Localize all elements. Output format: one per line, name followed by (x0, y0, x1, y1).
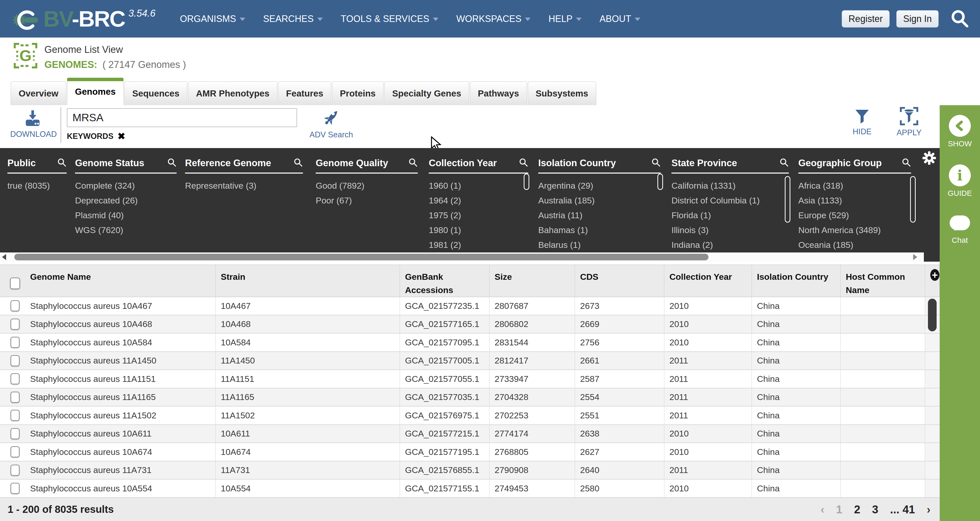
facet-item[interactable]: Austria (11) (538, 208, 661, 223)
facet-item[interactable]: Oceania (185) (798, 237, 911, 252)
apply-filters-button[interactable]: APPLY (886, 107, 932, 137)
tab-features[interactable]: Features (278, 81, 331, 105)
facet-item[interactable]: 1980 (1) (429, 223, 528, 237)
facet-item[interactable]: Complete (324) (75, 178, 177, 193)
page-3[interactable]: 3 (872, 503, 878, 516)
facet-item[interactable]: Deprecated (26) (75, 193, 177, 208)
table-row[interactable]: Staphylococcus aureus 11A116511A1165GCA_… (0, 389, 940, 407)
row-checkbox[interactable] (11, 465, 20, 476)
tab-sequences[interactable]: Sequences (124, 81, 187, 105)
facet-item[interactable]: Bahamas (1) (538, 223, 661, 237)
select-all-checkbox[interactable] (10, 277, 20, 289)
facet-item[interactable]: 1975 (2) (429, 208, 528, 223)
clear-keywords-icon[interactable]: ✖ (118, 132, 125, 141)
register-button[interactable]: Register (842, 10, 890, 27)
nav-tools-services[interactable]: TOOLS & SERVICES (341, 14, 438, 24)
column-header-host-common-name[interactable]: Host Common Name (841, 265, 925, 296)
guide-button[interactable]: i GUIDE (940, 164, 980, 198)
column-header-isolation-country[interactable]: Isolation Country (752, 265, 841, 296)
row-checkbox[interactable] (11, 428, 20, 439)
tab-proteins[interactable]: Proteins (332, 81, 383, 105)
column-header-cds[interactable]: CDS (575, 265, 664, 296)
nav-searches[interactable]: SEARCHES (263, 14, 323, 24)
facet-item[interactable]: Argentina (29) (538, 178, 661, 193)
facet-item[interactable]: North America (3489) (798, 223, 911, 237)
row-checkbox[interactable] (11, 410, 20, 421)
nav-workspaces[interactable]: WORKSPACES (456, 14, 531, 24)
tab-pathways[interactable]: Pathways (470, 81, 527, 105)
download-button[interactable]: DOWNLOAD (10, 109, 55, 139)
hide-filters-button[interactable]: HIDE (844, 108, 880, 136)
row-checkbox[interactable] (11, 300, 20, 311)
facet-item[interactable]: Asia (1133) (798, 193, 911, 208)
facet-item[interactable]: Illinois (3) (671, 223, 789, 237)
tab-amr-phenotypes[interactable]: AMR Phenotypes (188, 81, 277, 105)
nav-help[interactable]: HELP (549, 14, 582, 24)
scroll-left-arrow-icon[interactable] (2, 254, 6, 260)
row-checkbox[interactable] (11, 337, 20, 348)
facet-search-icon[interactable] (901, 158, 911, 169)
page-1[interactable]: 1 (836, 503, 842, 516)
page-2[interactable]: 2 (854, 503, 860, 516)
facet-item[interactable]: 1960 (1) (429, 178, 528, 193)
table-row[interactable]: Staphylococcus aureus 11A73111A731GCA_02… (0, 462, 940, 480)
facet-item[interactable]: Europe (529) (798, 208, 911, 223)
table-row[interactable]: Staphylococcus aureus 10A58410A584GCA_02… (0, 334, 940, 352)
scroll-right-arrow-icon[interactable] (913, 254, 917, 260)
facet-item[interactable]: true (8035) (7, 178, 67, 193)
column-header-size[interactable]: Size (490, 265, 575, 296)
facet-item[interactable]: Poor (67) (316, 193, 418, 208)
keywords-filter-chip[interactable]: KEYWORDS ✖ (67, 132, 297, 141)
nav-organisms[interactable]: ORGANISMS (180, 14, 245, 24)
bvbrc-logo[interactable]: BV-BRC 3.54.6 (11, 6, 156, 32)
tab-overview[interactable]: Overview (11, 81, 66, 105)
facet-settings-gear-icon[interactable] (922, 151, 937, 166)
table-row[interactable]: Staphylococcus aureus 11A145011A1450GCA_… (0, 352, 940, 370)
column-header-collection-year[interactable]: Collection Year (664, 265, 752, 296)
tab-subsystems[interactable]: Subsystems (528, 81, 596, 105)
row-checkbox[interactable] (11, 319, 20, 330)
nav-about[interactable]: ABOUT (600, 14, 640, 24)
table-vscroll-thumb[interactable] (928, 299, 937, 331)
facet-search-icon[interactable] (167, 158, 177, 169)
facet-item[interactable]: 1981 (2) (429, 237, 528, 252)
table-row[interactable]: Staphylococcus aureus 10A46710A467GCA_02… (0, 297, 940, 315)
facet-hscroll-thumb[interactable] (14, 254, 708, 260)
facet-search-icon[interactable] (408, 158, 418, 169)
facet-item[interactable]: WGS (7620) (75, 223, 177, 237)
facet-search-icon[interactable] (293, 158, 303, 169)
page-next[interactable]: › (927, 503, 931, 516)
facet-item[interactable]: Plasmid (40) (75, 208, 177, 223)
facet-item[interactable]: District of Columbia (1) (671, 193, 789, 208)
row-checkbox[interactable] (11, 392, 20, 403)
column-header-genome-name[interactable]: Genome Name (25, 265, 216, 296)
facet-search-icon[interactable] (519, 158, 528, 169)
facet-item[interactable]: California (1331) (671, 178, 789, 193)
facet-item[interactable]: Representative (3) (185, 178, 303, 193)
add-column-button[interactable]: + (930, 269, 939, 281)
keyword-search-input[interactable] (67, 108, 297, 127)
table-row[interactable]: Staphylococcus aureus 11A150211A1502GCA_… (0, 407, 940, 425)
column-header-strain[interactable]: Strain (216, 265, 400, 296)
facet-item[interactable]: Good (7892) (316, 178, 418, 193)
column-header-genbank-accessions[interactable]: GenBank Accessions (400, 265, 490, 296)
facet-item[interactable]: Belarus (1) (538, 237, 661, 252)
row-checkbox[interactable] (11, 355, 20, 366)
facet-search-icon[interactable] (57, 158, 67, 169)
table-row[interactable]: Staphylococcus aureus 10A61110A611GCA_02… (0, 425, 940, 443)
facet-search-icon[interactable] (779, 158, 789, 169)
show-panel-button[interactable]: SHOW (940, 115, 980, 148)
signin-button[interactable]: Sign In (896, 10, 939, 27)
adv-search-button[interactable]: ADV Search (306, 108, 357, 139)
table-row[interactable]: Staphylococcus aureus 10A46810A468GCA_02… (0, 315, 940, 334)
facet-search-icon[interactable] (651, 158, 661, 169)
table-row[interactable]: Staphylococcus aureus 10A67410A674GCA_02… (0, 443, 940, 462)
facet-item[interactable]: Florida (1) (671, 208, 789, 223)
navbar-search-icon[interactable] (951, 10, 969, 28)
tab-specialty-genes[interactable]: Specialty Genes (384, 81, 469, 105)
row-checkbox[interactable] (11, 483, 20, 494)
page-41[interactable]: ... 41 (890, 503, 915, 516)
facet-item[interactable]: 1964 (2) (429, 193, 528, 208)
tab-genomes[interactable]: Genomes (67, 78, 124, 105)
row-checkbox[interactable] (11, 446, 20, 457)
